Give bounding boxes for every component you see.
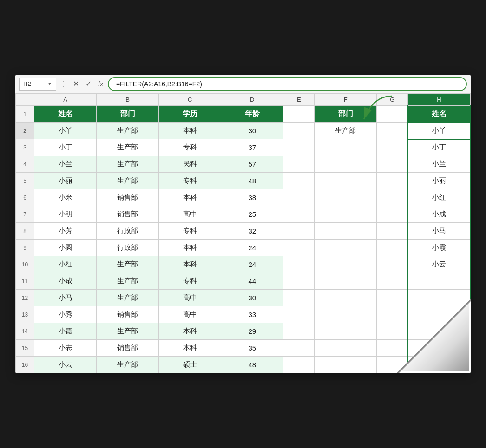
cell-b7[interactable]: 销售部 [97,206,159,223]
cell-h9[interactable]: 小霞 [408,240,470,256]
cell-d11[interactable]: 44 [221,273,283,290]
cell-e15[interactable] [283,340,315,357]
cell-c7[interactable]: 高中 [159,206,221,223]
cell-a16[interactable]: 小云 [34,357,97,373]
cell-g9[interactable] [377,240,408,256]
cell-f11[interactable] [315,273,377,290]
col-header-h[interactable]: H [408,94,470,106]
cell-h10[interactable]: 小云 [408,256,470,273]
cell-h14[interactable] [408,323,470,340]
cell-d4[interactable]: 57 [221,156,283,173]
cell-a4[interactable]: 小兰 [34,156,97,173]
cell-f10[interactable] [315,256,377,273]
cell-b2[interactable]: 生产部 [97,123,159,139]
cell-e10[interactable] [283,256,315,273]
cell-a14[interactable]: 小霞 [34,323,97,340]
cell-d3[interactable]: 37 [221,139,283,156]
cell-b5[interactable]: 生产部 [97,173,159,189]
cell-g10[interactable] [377,256,408,273]
cell-e1[interactable] [283,106,315,123]
cell-f15[interactable] [315,340,377,357]
cell-f5[interactable] [315,173,377,189]
cell-c3[interactable]: 专科 [159,139,221,156]
cell-a8[interactable]: 小芳 [34,223,97,240]
col-header-a[interactable]: A [34,94,97,106]
cell-h13[interactable] [408,306,470,323]
cell-h8[interactable]: 小马 [408,223,470,240]
col-header-b[interactable]: B [97,94,159,106]
formula-input[interactable] [108,77,467,91]
cell-f9[interactable] [315,240,377,256]
cell-b6[interactable]: 销售部 [97,189,159,206]
cell-a6[interactable]: 小米 [34,189,97,206]
cell-h11[interactable] [408,273,470,290]
cell-c1[interactable]: 学历 [159,106,221,123]
cell-h7[interactable]: 小成 [408,206,470,223]
cell-e12[interactable] [283,290,315,306]
cell-b4[interactable]: 生产部 [97,156,159,173]
cell-d6[interactable]: 38 [221,189,283,206]
cell-b12[interactable]: 生产部 [97,290,159,306]
cell-g1[interactable] [377,106,408,123]
cell-h6[interactable]: 小红 [408,189,470,206]
cell-h4[interactable]: 小兰 [408,156,470,173]
cell-a9[interactable]: 小圆 [34,240,97,256]
cell-e7[interactable] [283,206,315,223]
cell-f4[interactable] [315,156,377,173]
cell-f12[interactable] [315,290,377,306]
cell-g13[interactable] [377,306,408,323]
cell-h12[interactable] [408,290,470,306]
cell-g7[interactable] [377,206,408,223]
cell-e13[interactable] [283,306,315,323]
cell-b8[interactable]: 行政部 [97,223,159,240]
cell-h16[interactable] [408,357,470,373]
cell-f13[interactable] [315,306,377,323]
col-header-c[interactable]: C [159,94,221,106]
cell-g14[interactable] [377,323,408,340]
cell-a5[interactable]: 小丽 [34,173,97,189]
cell-a13[interactable]: 小秀 [34,306,97,323]
cell-f14[interactable] [315,323,377,340]
cell-d16[interactable]: 48 [221,357,283,373]
cell-c16[interactable]: 硕士 [159,357,221,373]
cell-b13[interactable]: 销售部 [97,306,159,323]
cell-d5[interactable]: 48 [221,173,283,189]
cell-h3[interactable]: 小丁 [408,139,470,156]
cell-e11[interactable] [283,273,315,290]
cell-d2[interactable]: 30 [221,123,283,139]
cell-e2[interactable] [283,123,315,139]
cancel-icon[interactable]: ✕ [71,78,81,89]
cell-f7[interactable] [315,206,377,223]
cell-g3[interactable] [377,139,408,156]
cell-b10[interactable]: 生产部 [97,256,159,273]
cell-f16[interactable] [315,357,377,373]
cell-g16[interactable] [377,357,408,373]
col-header-d[interactable]: D [221,94,283,106]
cell-c15[interactable]: 本科 [159,340,221,357]
cell-a2[interactable]: 小丫 [34,123,97,139]
cell-h1[interactable]: 姓名 [408,106,470,123]
cell-c14[interactable]: 本科 [159,323,221,340]
cell-b9[interactable]: 行政部 [97,240,159,256]
cell-c10[interactable]: 本科 [159,256,221,273]
cell-b14[interactable]: 生产部 [97,323,159,340]
col-header-e[interactable]: E [283,94,315,106]
cell-b11[interactable]: 生产部 [97,273,159,290]
cell-a15[interactable]: 小志 [34,340,97,357]
cell-c12[interactable]: 高中 [159,290,221,306]
cell-h15[interactable] [408,340,470,357]
cell-g11[interactable] [377,273,408,290]
cell-d13[interactable]: 33 [221,306,283,323]
cell-f3[interactable] [315,139,377,156]
cell-d8[interactable]: 32 [221,223,283,240]
cell-a12[interactable]: 小马 [34,290,97,306]
cell-g4[interactable] [377,156,408,173]
col-header-g[interactable]: G [377,94,408,106]
cell-a7[interactable]: 小明 [34,206,97,223]
cell-d10[interactable]: 24 [221,256,283,273]
cell-g6[interactable] [377,189,408,206]
cell-a3[interactable]: 小丁 [34,139,97,156]
cell-c6[interactable]: 本科 [159,189,221,206]
cell-g2[interactable] [377,123,408,139]
cell-g5[interactable] [377,173,408,189]
